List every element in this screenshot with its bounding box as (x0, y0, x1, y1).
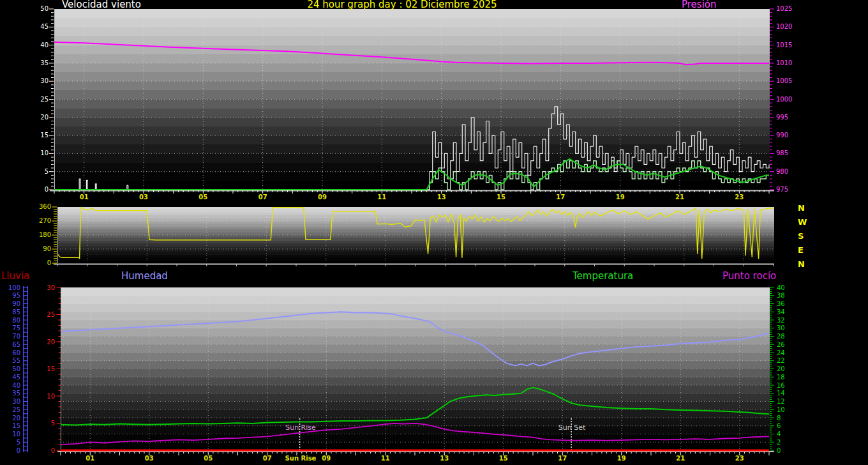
wind-axis-label: 15 (29, 132, 49, 139)
compass-letter: W (798, 217, 807, 227)
wind-axis-label: 0 (29, 186, 49, 193)
hour-label: 05 (193, 194, 213, 201)
pressure-axis-label: 995 (776, 114, 788, 121)
hour-label: 21 (670, 194, 689, 201)
humidity-axis-label: 55 (1, 357, 20, 364)
hour-label: 17 (553, 455, 572, 462)
hour-label: 11 (372, 194, 391, 201)
humidity-axis-label: 85 (1, 309, 20, 316)
hour-label: 21 (671, 455, 690, 462)
hour-label: 03 (134, 194, 153, 201)
dew-point-line (61, 423, 769, 445)
wind-axis-label: 35 (29, 59, 49, 66)
humidity-axis-label: 5 (1, 439, 20, 446)
temperature-axis-label: 18 (777, 374, 785, 381)
pressure-line (54, 42, 769, 65)
hour-label: 13 (432, 194, 451, 201)
temperature-axis-label: 32 (777, 317, 785, 324)
compass-letter: S (798, 231, 804, 241)
temperature-axis-label: 16 (777, 382, 785, 389)
temperature-line (61, 388, 769, 425)
pressure-axis-label: 1010 (776, 59, 792, 66)
compass-letter: E (798, 245, 804, 255)
hour-label: 15 (491, 194, 511, 201)
pressure-axis-label: 975 (776, 186, 788, 193)
temperature-axis-label: 12 (777, 398, 785, 405)
temperature-axis-label: 40 (777, 284, 785, 291)
hour-label: 09 (317, 455, 336, 462)
humidity-axis-label: 80 (1, 317, 20, 324)
wind-axis-label: 50 (29, 5, 49, 12)
rain-axis-label: 25 (36, 311, 55, 318)
humidity-axis-label: 20 (1, 415, 20, 422)
hour-label: 13 (435, 455, 454, 462)
hour-label: 09 (313, 194, 332, 201)
humidity-axis-label: 90 (1, 300, 20, 307)
rain-axis-label: 30 (36, 284, 55, 291)
wind-axis-label: 45 (29, 23, 49, 30)
humidity-axis-label: 75 (1, 324, 20, 332)
wind-direction-line (57, 208, 774, 259)
sunrise-inplot-label: Sun Rise (281, 424, 320, 431)
rain-axis-label: 20 (36, 339, 55, 346)
sunset-inplot-label: Sun Set (554, 424, 590, 431)
compass-letter: N (798, 203, 805, 213)
wind-speed-title: Velocidad viento (62, 0, 141, 10)
temperature-axis-label: 36 (777, 300, 785, 307)
wind-axis-label: 20 (29, 114, 49, 121)
hour-label: 19 (612, 455, 631, 462)
hour-label: 23 (730, 194, 749, 201)
weather-24h-graph-page: Velocidad viento 24 hour graph day : 02 … (0, 0, 868, 465)
temperature-title: Temperatura (572, 271, 633, 281)
chart-canvas (0, 0, 868, 465)
hour-label: 17 (551, 194, 570, 201)
temperature-axis-label: 4 (777, 431, 781, 438)
temperature-axis-label: 34 (777, 309, 785, 316)
humidity-axis-label: 70 (1, 333, 20, 340)
temperature-axis-label: 22 (777, 357, 785, 364)
pressure-axis-label: 1000 (776, 96, 792, 103)
humidity-axis-label: 15 (1, 422, 20, 429)
pressure-axis-label: 1020 (776, 23, 792, 30)
hour-label: 23 (730, 455, 749, 462)
humidity-axis-label: 35 (1, 390, 20, 397)
humidity-axis-label: 40 (1, 382, 20, 389)
direction-axis-label: 180 (32, 231, 51, 238)
wind-axis-label: 25 (29, 96, 49, 103)
temperature-axis-label: 30 (777, 324, 785, 332)
humidity-axis-label: 95 (1, 292, 20, 299)
direction-axis-label: 90 (32, 245, 51, 252)
sunrise-axis-label: Sun Rise (281, 455, 320, 462)
pressure-axis-label: 985 (776, 149, 788, 156)
hour-label: 03 (140, 455, 159, 462)
hour-label: 05 (198, 455, 218, 462)
pressure-title: Presión (682, 0, 717, 10)
rain-axis-label: 10 (36, 393, 55, 400)
direction-axis-label: 270 (32, 217, 51, 224)
compass-letter: N (798, 259, 805, 269)
pressure-axis-label: 1025 (776, 5, 792, 12)
humidity-axis-label: 0 (1, 447, 20, 454)
rain-axis-label: 0 (36, 447, 55, 454)
wind-axis-label: 40 (29, 42, 49, 49)
humidity-line (61, 312, 769, 365)
pressure-axis-label: 980 (776, 168, 788, 175)
hour-label: 07 (258, 455, 277, 462)
hour-label: 01 (75, 194, 94, 201)
hour-label: 11 (376, 455, 395, 462)
humidity-axis-label: 30 (1, 398, 20, 405)
wind-axis-label: 5 (29, 168, 49, 175)
temperature-axis-label: 2 (777, 439, 781, 446)
hour-label: 15 (494, 455, 513, 462)
pressure-axis-label: 990 (776, 132, 788, 139)
humidity-axis-label: 25 (1, 406, 20, 413)
hour-label: 19 (611, 194, 630, 201)
temperature-axis-label: 8 (777, 415, 781, 422)
temperature-axis-label: 10 (777, 406, 785, 413)
wind-axis-label: 10 (29, 149, 49, 156)
hour-label: 01 (80, 455, 100, 462)
humidity-axis-label: 45 (1, 374, 20, 381)
humidity-axis-label: 10 (1, 431, 20, 438)
humidity-axis-label: 65 (1, 341, 20, 348)
humidity-axis-label: 50 (1, 365, 20, 372)
